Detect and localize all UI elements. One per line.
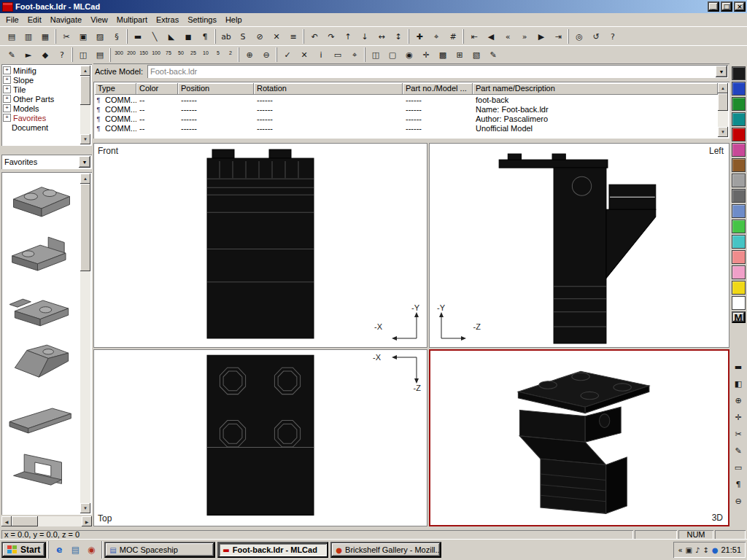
origin-button[interactable]: ⌖	[347, 47, 363, 62]
zoom-level-button[interactable]: 50	[175, 48, 187, 62]
viewport-3d[interactable]: 3D	[429, 349, 729, 526]
color-swatch-bright-green[interactable]	[732, 219, 746, 233]
menu-file[interactable]: File	[1, 15, 23, 25]
volume-tray-icon[interactable]: ♪	[695, 546, 700, 554]
tree-item-tile[interactable]: +Tile	[3, 85, 80, 94]
viewport-left[interactable]: Left	[429, 143, 729, 348]
color-swatch-dark-gray[interactable]	[732, 189, 746, 203]
new-file-button[interactable]: ▤	[4, 29, 20, 44]
frame-button[interactable]: ▭	[330, 47, 346, 62]
media-launch-icon[interactable]: ◉	[84, 542, 98, 557]
info-button[interactable]: i	[313, 47, 329, 62]
cancel-button[interactable]: ✕	[296, 47, 312, 62]
zoom-level-button[interactable]: 5	[212, 48, 224, 62]
zoom-level-button[interactable]: 150	[138, 48, 150, 62]
part-thumbnail-slope-plate[interactable]	[3, 335, 80, 389]
check-model-button[interactable]: ✓	[279, 47, 295, 62]
rotate-right-button[interactable]: ↷	[323, 29, 339, 44]
part-thumbnail-tile-1x4[interactable]	[3, 389, 80, 443]
tree-item-document[interactable]: Document	[3, 122, 80, 132]
active-model-field[interactable]: Foot-back.ldr ▼	[147, 65, 728, 78]
expand-icon[interactable]: +	[3, 76, 11, 84]
add-quad-button[interactable]: ◼	[180, 29, 196, 44]
part-thumbnail-hinge-plate[interactable]	[3, 228, 80, 281]
scroll-thumb[interactable]	[12, 516, 38, 526]
copy-button[interactable]: ▣	[75, 29, 91, 44]
color-swatch-yellow[interactable]	[732, 281, 746, 295]
scroll-up-icon[interactable]: ▲	[718, 83, 728, 93]
color-swatch-light-gray[interactable]	[732, 174, 746, 187]
viewport-front[interactable]: Front	[93, 143, 427, 348]
toggle-tree-pane-button[interactable]: ◫	[75, 47, 91, 62]
internet-explorer-launch-icon[interactable]: e	[52, 542, 66, 557]
scroll-up-icon[interactable]: ▲	[80, 174, 90, 184]
tray-overflow-chevron[interactable]: «	[678, 546, 682, 554]
center-view-button[interactable]: ⌖	[428, 29, 444, 44]
scissors-tool-icon[interactable]: ✂	[731, 427, 746, 441]
network-tray-icon[interactable]: ↕	[703, 546, 708, 554]
viewport-layout-button[interactable]: ◫	[368, 47, 384, 62]
color-swatch-red[interactable]	[732, 128, 746, 141]
table-scrollbar[interactable]: ▲ ▼	[718, 83, 728, 137]
rotate-left-button[interactable]: ↶	[306, 29, 322, 44]
zoom-level-button[interactable]: 10	[200, 48, 212, 62]
move-down-button[interactable]: ↓	[357, 29, 373, 44]
color-swatch-dark-pink[interactable]	[732, 143, 746, 157]
expand-icon[interactable]: +	[3, 95, 11, 103]
scroll-down-icon[interactable]: ▼	[80, 503, 90, 513]
tree-item-slope[interactable]: +Slope	[3, 75, 80, 85]
edit-pencil-button[interactable]: ✎	[485, 47, 501, 62]
find-part-button[interactable]: ◎	[571, 29, 587, 44]
expand-icon[interactable]: +	[3, 66, 11, 74]
viewport-top[interactable]: Top -X	[93, 349, 427, 526]
save-file-button[interactable]: ▦	[37, 29, 53, 44]
expand-icon[interactable]: +	[3, 114, 11, 122]
zoom-level-button[interactable]: 75	[163, 48, 174, 62]
first-step-button[interactable]: ⇤	[466, 29, 482, 44]
pencil-tool-button[interactable]: ✎	[4, 47, 20, 62]
tree-scrollbar[interactable]: ▲ ▼	[80, 66, 90, 144]
taskbar-task-moc-spaceship[interactable]: ▤ MOC Spaceship	[104, 542, 215, 558]
zoom-out-tool-icon[interactable]: ⊖	[731, 494, 746, 508]
next-step-button[interactable]: ▶	[533, 29, 549, 44]
zoom-out-button[interactable]: ⊖	[258, 47, 274, 62]
scroll-down-icon[interactable]: ▼	[718, 127, 728, 137]
tree-item-minifig[interactable]: +Minifig	[3, 66, 80, 75]
part-thumbnail-plate-2x2[interactable]	[3, 174, 80, 228]
toggle-list-pane-button[interactable]: ▤	[92, 47, 108, 62]
color-swatch-white[interactable]	[732, 296, 746, 310]
zoom-level-button[interactable]: 2	[225, 48, 236, 62]
wrench-tool-icon[interactable]: ✛	[731, 410, 746, 424]
zoom-in-button[interactable]: ⊕	[241, 47, 258, 62]
part-properties-button[interactable]: ≡	[285, 29, 301, 44]
color-swatch-black[interactable]	[732, 66, 746, 80]
display-settings-tray-icon[interactable]: ▣	[686, 546, 692, 554]
close-button[interactable]: ×	[734, 1, 746, 12]
column-header-rotation[interactable]: Rotation	[254, 83, 403, 95]
table-row[interactable]: ¶ COMM... -- ------ ------ ------ Author…	[95, 114, 718, 123]
chevron-down-icon[interactable]: ▼	[716, 66, 727, 77]
table-row[interactable]: ¶ COMM... -- ------ ------ ------ foot-b…	[95, 95, 718, 104]
color-swatch-cyan[interactable]	[732, 235, 746, 249]
add-part-button[interactable]: ▬	[130, 29, 146, 44]
pin-button[interactable]: ✚	[411, 29, 427, 44]
start-button[interactable]: Start	[1, 542, 46, 558]
menu-edit[interactable]: Edit	[23, 15, 46, 25]
sidebar-horizontal-scrollbar[interactable]: ◀ ▶	[1, 516, 92, 526]
messenger-tray-icon[interactable]: ●	[712, 546, 719, 554]
note-tool-icon[interactable]: ¶	[731, 477, 746, 491]
delete-part-button[interactable]: ✕	[268, 29, 285, 44]
menu-extras[interactable]: Extras	[152, 15, 183, 25]
scroll-left-icon[interactable]: ◀	[1, 516, 12, 526]
scroll-thumb[interactable]	[718, 93, 728, 111]
eraser-tool-icon[interactable]: ▭	[731, 460, 746, 475]
scroll-down-icon[interactable]: ▼	[80, 134, 90, 144]
column-header-position[interactable]: Position	[178, 83, 254, 95]
paste-button[interactable]: ▨	[92, 29, 108, 44]
minimize-button[interactable]: _	[708, 1, 719, 12]
help-button[interactable]: ?	[605, 29, 621, 44]
expand-icon[interactable]: +	[3, 104, 11, 112]
tree-item-favorites[interactable]: +Favorites	[3, 113, 80, 122]
show-grid-button[interactable]: ⊞	[452, 47, 468, 62]
grid-snap-button[interactable]: #	[445, 29, 461, 44]
